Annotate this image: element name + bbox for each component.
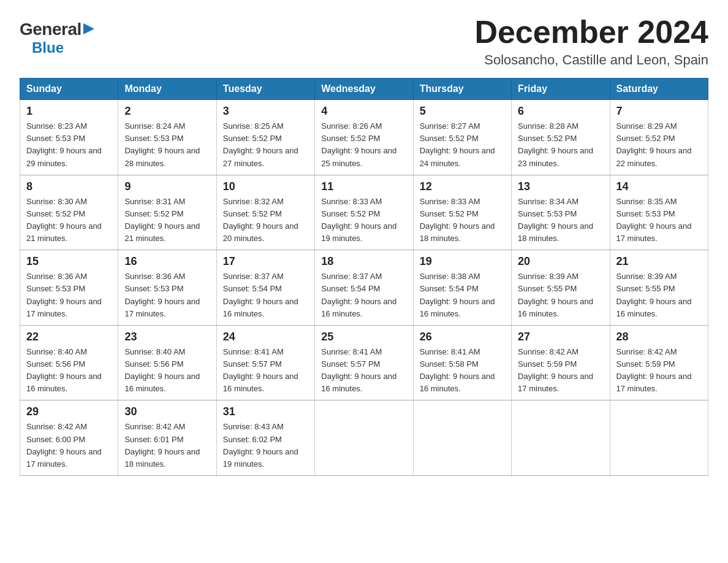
table-row: 9 Sunrise: 8:31 AMSunset: 5:52 PMDayligh… [118,175,216,250]
calendar-table: Sunday Monday Tuesday Wednesday Thursday… [20,78,708,476]
calendar-week-row: 1 Sunrise: 8:23 AMSunset: 5:53 PMDayligh… [20,100,708,175]
day-number: 29 [26,405,112,418]
day-number: 25 [321,331,406,343]
day-info: Sunrise: 8:35 AMSunset: 5:53 PMDaylight:… [616,197,692,243]
day-info: Sunrise: 8:42 AMSunset: 5:59 PMDaylight:… [616,347,692,393]
day-number: 4 [321,105,406,118]
logo-arrow-icon [83,23,94,37]
day-info: Sunrise: 8:36 AMSunset: 5:53 PMDaylight:… [26,272,102,318]
table-row: 16 Sunrise: 8:36 AMSunset: 5:53 PMDaylig… [118,250,216,326]
header-saturday: Saturday [610,79,708,100]
header-wednesday: Wednesday [315,79,413,100]
day-info: Sunrise: 8:32 AMSunset: 5:52 PMDaylight:… [223,197,298,243]
table-row: 25 Sunrise: 8:41 AMSunset: 5:57 PMDaylig… [315,325,413,400]
day-info: Sunrise: 8:27 AMSunset: 5:52 PMDaylight:… [420,121,495,167]
day-info: Sunrise: 8:33 AMSunset: 5:52 PMDaylight:… [420,197,495,243]
table-row [512,400,610,476]
day-info: Sunrise: 8:41 AMSunset: 5:57 PMDaylight:… [321,347,396,393]
day-info: Sunrise: 8:42 AMSunset: 6:00 PMDaylight:… [26,422,102,468]
day-number: 8 [26,180,112,193]
day-number: 12 [420,180,505,193]
day-number: 5 [420,105,505,118]
calendar-week-row: 22 Sunrise: 8:40 AMSunset: 5:56 PMDaylig… [20,325,708,400]
table-row: 4 Sunrise: 8:26 AMSunset: 5:52 PMDayligh… [315,100,413,175]
table-row: 5 Sunrise: 8:27 AMSunset: 5:52 PMDayligh… [413,100,511,175]
table-row: 1 Sunrise: 8:23 AMSunset: 5:53 PMDayligh… [20,100,118,175]
day-number: 20 [518,255,603,268]
table-row: 20 Sunrise: 8:39 AMSunset: 5:55 PMDaylig… [512,250,610,326]
table-row: 28 Sunrise: 8:42 AMSunset: 5:59 PMDaylig… [610,325,708,400]
calendar-title: December 2024 [474,15,708,50]
day-info: Sunrise: 8:24 AMSunset: 5:53 PMDaylight:… [124,121,200,167]
table-row: 11 Sunrise: 8:33 AMSunset: 5:52 PMDaylig… [315,175,413,250]
day-info: Sunrise: 8:37 AMSunset: 5:54 PMDaylight:… [223,272,298,318]
day-info: Sunrise: 8:41 AMSunset: 5:57 PMDaylight:… [223,347,298,393]
header-tuesday: Tuesday [216,79,314,100]
table-row: 30 Sunrise: 8:42 AMSunset: 6:01 PMDaylig… [118,400,216,476]
day-number: 16 [124,255,210,268]
day-number: 10 [223,180,308,193]
table-row: 21 Sunrise: 8:39 AMSunset: 5:55 PMDaylig… [610,250,708,326]
day-number: 23 [124,331,210,343]
table-row: 17 Sunrise: 8:37 AMSunset: 5:54 PMDaylig… [216,250,314,326]
day-number: 27 [518,331,603,343]
logo-blue-text: Blue [32,39,64,56]
header-friday: Friday [512,79,610,100]
day-number: 9 [124,180,210,193]
day-info: Sunrise: 8:40 AMSunset: 5:56 PMDaylight:… [124,347,200,393]
day-info: Sunrise: 8:29 AMSunset: 5:52 PMDaylight:… [616,121,692,167]
table-row: 13 Sunrise: 8:34 AMSunset: 5:53 PMDaylig… [512,175,610,250]
table-row: 7 Sunrise: 8:29 AMSunset: 5:52 PMDayligh… [610,100,708,175]
day-number: 14 [616,180,702,193]
table-row: 12 Sunrise: 8:33 AMSunset: 5:52 PMDaylig… [413,175,511,250]
day-number: 30 [124,405,210,418]
day-info: Sunrise: 8:26 AMSunset: 5:52 PMDaylight:… [321,121,396,167]
table-row: 22 Sunrise: 8:40 AMSunset: 5:56 PMDaylig… [20,325,118,400]
table-row: 24 Sunrise: 8:41 AMSunset: 5:57 PMDaylig… [216,325,314,400]
day-number: 24 [223,331,308,343]
day-info: Sunrise: 8:43 AMSunset: 6:02 PMDaylight:… [223,422,298,468]
day-number: 19 [420,255,505,268]
days-header-row: Sunday Monday Tuesday Wednesday Thursday… [20,79,708,100]
day-info: Sunrise: 8:33 AMSunset: 5:52 PMDaylight:… [321,197,396,243]
day-info: Sunrise: 8:42 AMSunset: 5:59 PMDaylight:… [518,347,593,393]
table-row: 18 Sunrise: 8:37 AMSunset: 5:54 PMDaylig… [315,250,413,326]
calendar-subtitle: Solosancho, Castille and Leon, Spain [474,52,708,68]
header: General Blue December 2024 Solosancho, C… [20,15,708,68]
calendar-week-row: 8 Sunrise: 8:30 AMSunset: 5:52 PMDayligh… [20,175,708,250]
day-number: 22 [26,331,112,343]
calendar-week-row: 29 Sunrise: 8:42 AMSunset: 6:00 PMDaylig… [20,400,708,476]
day-info: Sunrise: 8:42 AMSunset: 6:01 PMDaylight:… [124,422,200,468]
day-number: 31 [223,405,308,418]
day-number: 17 [223,255,308,268]
table-row: 15 Sunrise: 8:36 AMSunset: 5:53 PMDaylig… [20,250,118,326]
calendar-week-row: 15 Sunrise: 8:36 AMSunset: 5:53 PMDaylig… [20,250,708,326]
table-row: 14 Sunrise: 8:35 AMSunset: 5:53 PMDaylig… [610,175,708,250]
day-number: 18 [321,255,406,268]
header-monday: Monday [118,79,216,100]
table-row: 29 Sunrise: 8:42 AMSunset: 6:00 PMDaylig… [20,400,118,476]
table-row [610,400,708,476]
table-row [413,400,511,476]
day-info: Sunrise: 8:30 AMSunset: 5:52 PMDaylight:… [26,197,102,243]
day-info: Sunrise: 8:39 AMSunset: 5:55 PMDaylight:… [616,272,692,318]
table-row: 8 Sunrise: 8:30 AMSunset: 5:52 PMDayligh… [20,175,118,250]
day-number: 13 [518,180,603,193]
day-info: Sunrise: 8:40 AMSunset: 5:56 PMDaylight:… [26,347,102,393]
table-row: 10 Sunrise: 8:32 AMSunset: 5:52 PMDaylig… [216,175,314,250]
day-number: 7 [616,105,702,118]
day-number: 26 [420,331,505,343]
table-row: 23 Sunrise: 8:40 AMSunset: 5:56 PMDaylig… [118,325,216,400]
day-number: 6 [518,105,603,118]
table-row: 27 Sunrise: 8:42 AMSunset: 5:59 PMDaylig… [512,325,610,400]
table-row: 6 Sunrise: 8:28 AMSunset: 5:52 PMDayligh… [512,100,610,175]
day-number: 15 [26,255,112,268]
logo: General Blue [20,20,94,56]
table-row: 26 Sunrise: 8:41 AMSunset: 5:58 PMDaylig… [413,325,511,400]
header-thursday: Thursday [413,79,511,100]
day-info: Sunrise: 8:37 AMSunset: 5:54 PMDaylight:… [321,272,396,318]
day-info: Sunrise: 8:28 AMSunset: 5:52 PMDaylight:… [518,121,593,167]
header-sunday: Sunday [20,79,118,100]
day-info: Sunrise: 8:38 AMSunset: 5:54 PMDaylight:… [420,272,495,318]
day-number: 3 [223,105,308,118]
